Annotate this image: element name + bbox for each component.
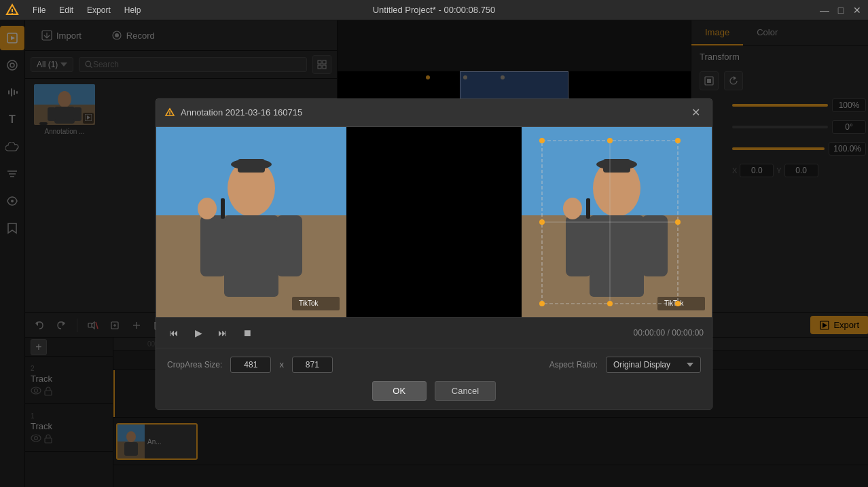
- svg-point-92: [563, 198, 582, 219]
- minimize-button[interactable]: —: [819, 5, 830, 16]
- svg-point-106: [675, 301, 681, 306]
- svg-point-71: [169, 114, 170, 115]
- menu-edit[interactable]: Edit: [56, 4, 76, 16]
- skip-back-button[interactable]: ⏮: [164, 323, 183, 342]
- skip-forward-button[interactable]: ⏭: [213, 323, 232, 342]
- svg-rect-93: [586, 198, 590, 219]
- modal-logo-icon: [164, 107, 175, 118]
- svg-rect-91: [642, 215, 668, 276]
- crop-area-label: CropArea Size:: [167, 360, 222, 369]
- crop-preview-area: TikTok: [156, 127, 712, 317]
- maximize-button[interactable]: □: [835, 5, 846, 16]
- crop-settings-row: CropArea Size: x Aspect Ratio: Original …: [167, 357, 701, 373]
- menu-export[interactable]: Export: [84, 4, 113, 16]
- play-button[interactable]: ▶: [189, 323, 208, 342]
- crop-frame-right: TikTok: [522, 127, 712, 317]
- modal-header: Annotation 2021-03-16 160715 ✕: [156, 99, 712, 127]
- modal-close-button[interactable]: ✕: [687, 105, 704, 121]
- svg-rect-90: [566, 215, 592, 276]
- modal-title: Annotation 2021-03-16 160715: [164, 107, 302, 118]
- modal-footer: CropArea Size: x Aspect Ratio: Original …: [156, 348, 712, 409]
- window-title: Untitled Project* - 00:00:08.750: [373, 5, 496, 15]
- svg-rect-79: [276, 215, 302, 276]
- crop-modal: Annotation 2021-03-16 160715 ✕: [156, 98, 712, 410]
- crop-frame-left: TikTok: [156, 127, 346, 317]
- stop-button[interactable]: ⏹: [238, 323, 257, 342]
- svg-point-105: [607, 301, 613, 306]
- svg-text:TikTok: TikTok: [299, 300, 319, 307]
- svg-point-2: [12, 13, 13, 14]
- svg-point-100: [607, 138, 613, 143]
- crop-height-input[interactable]: [292, 357, 333, 373]
- menu-file[interactable]: File: [30, 4, 48, 16]
- svg-rect-89: [590, 215, 644, 297]
- svg-rect-78: [200, 215, 226, 276]
- titlebar: File Edit Export Help Untitled Project* …: [0, 0, 868, 20]
- svg-point-104: [539, 301, 545, 306]
- svg-point-102: [539, 219, 545, 225]
- svg-point-101: [675, 138, 681, 143]
- aspect-ratio-dropdown[interactable]: Original Display: [606, 357, 701, 373]
- crop-width-input[interactable]: [230, 357, 271, 373]
- crop-frame-center: [346, 127, 522, 317]
- modal-time-display: 00:00:00 / 00:00:00: [634, 328, 704, 338]
- crop-separator: x: [279, 359, 284, 369]
- cancel-button[interactable]: Cancel: [435, 381, 496, 401]
- close-button[interactable]: ✕: [852, 5, 863, 16]
- modal-controls-bar: ⏮ ▶ ⏭ ⏹ 00:00:00 / 00:00:00: [156, 317, 712, 348]
- svg-text:TikTok: TikTok: [664, 300, 685, 307]
- svg-rect-88: [603, 159, 630, 173]
- aspect-ratio-label: Aspect Ratio:: [549, 360, 598, 369]
- modal-overlay: Annotation 2021-03-16 160715 ✕: [0, 20, 868, 487]
- svg-point-99: [539, 138, 545, 143]
- modal-action-row: OK Cancel: [167, 381, 701, 401]
- menu-help[interactable]: Help: [122, 4, 144, 16]
- svg-marker-107: [687, 363, 693, 367]
- svg-rect-77: [224, 215, 278, 297]
- app-logo: [5, 3, 19, 17]
- svg-point-103: [675, 219, 681, 225]
- svg-rect-81: [221, 198, 225, 219]
- ok-button[interactable]: OK: [372, 381, 427, 401]
- svg-point-80: [198, 198, 217, 219]
- svg-rect-76: [238, 159, 265, 173]
- modal-body: TikTok: [156, 127, 712, 409]
